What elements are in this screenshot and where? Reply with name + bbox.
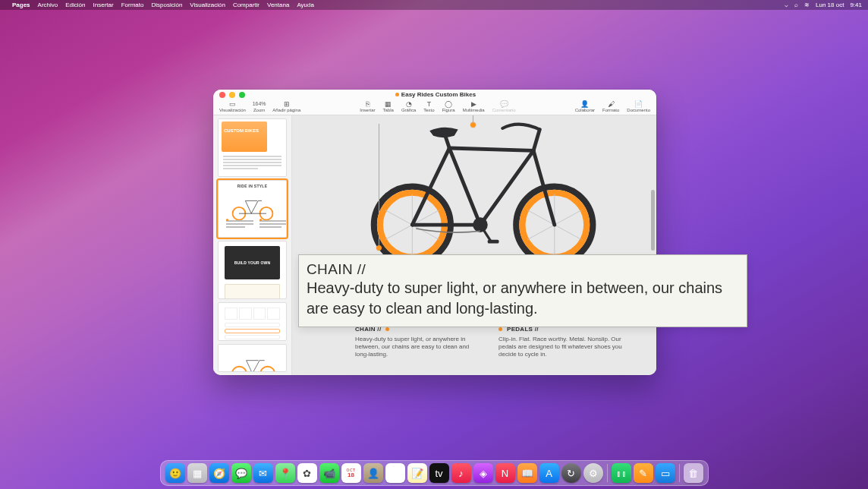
dock-separator-2 [679, 464, 680, 482]
menu-disposicion[interactable]: Disposición [151, 2, 182, 8]
dock-safari-icon[interactable]: 🧭 [209, 463, 229, 483]
dock-appstore-icon[interactable]: A [539, 463, 559, 483]
window-title: Easy Rides Custom Bikes [401, 91, 476, 98]
menu-insertar[interactable]: Insertar [93, 2, 114, 8]
feature-chain-body[interactable]: Heavy-duty to super light, or anywhere i… [355, 336, 482, 358]
dock-settings-icon[interactable]: ⚙︎ [583, 463, 603, 483]
svg-point-3 [260, 366, 275, 372]
toolbar-add-page[interactable]: ⊞ Añadir página [272, 100, 300, 112]
hover-text-overlay: CHAIN // Heavy-duty to super light, or a… [298, 254, 747, 327]
format-icon: 🖌 [606, 100, 615, 108]
toolbar-zoom[interactable]: 164% Zoom [253, 100, 265, 112]
svg-line-12 [385, 225, 412, 240]
dock-tv-icon[interactable]: tv [429, 463, 449, 483]
document-icon: 📄 [634, 100, 643, 108]
dock-photos-icon[interactable]: ✿ [297, 463, 317, 483]
dock-maps-icon[interactable]: 📍 [275, 463, 295, 483]
toolbar-table[interactable]: ▦ Tabla [383, 100, 394, 112]
toolbar-collaborate[interactable]: 👤 Colaborar [575, 100, 595, 112]
document-canvas[interactable]: CHAIN // Heavy-duty to super light, or a… [292, 115, 656, 375]
page-thumbnails-sidebar[interactable]: CUSTOM BIKES RIDE IN STYLE [213, 115, 292, 375]
dock-pages-icon[interactable]: ✎ [634, 463, 653, 483]
toolbar-visualization[interactable]: ▭ Visualización [219, 100, 246, 112]
page-thumbnail-3[interactable]: BUILD YOUR OWN [218, 241, 287, 299]
svg-point-2 [232, 366, 247, 372]
spotlight-icon[interactable]: ⌕ [794, 2, 798, 8]
menu-visualizacion[interactable]: Visualización [190, 2, 225, 8]
dock-container: 🙂 ▦ 🧭 💬 ✉︎ 📍 ✿ 📹 OCT 18 👤 ☑︎ 📝 tv ♪ ◈ N … [0, 460, 868, 486]
window-maximize-button[interactable] [239, 92, 245, 98]
comment-icon: 💬 [499, 100, 508, 108]
toolbar-format[interactable]: 🖌 Formato [602, 100, 619, 112]
dock-contacts-icon[interactable]: 👤 [363, 463, 383, 483]
toolbar-media[interactable]: ▶ Multimedia [463, 100, 485, 112]
media-icon: ▶ [469, 100, 478, 108]
svg-line-18 [527, 225, 555, 240]
page-thumbnail-4[interactable] [218, 302, 287, 341]
toolbar-chart[interactable]: ◔ Gráfica [401, 100, 416, 112]
window-close-button[interactable] [219, 92, 225, 98]
svg-line-10 [412, 225, 439, 240]
menubar-time[interactable]: 9:41 [850, 2, 862, 8]
menubar-date[interactable]: Lun 18 oct [816, 2, 844, 8]
toolbar: ▭ Visualización 164% Zoom ⊞ Añadir págin… [213, 100, 656, 115]
toolbar-format-label: Formato [602, 108, 619, 112]
dock-music-icon[interactable]: ♪ [451, 463, 471, 483]
menubar-app-name[interactable]: Pages [12, 2, 30, 8]
toolbar-text[interactable]: T Texto [423, 100, 434, 112]
hover-body: Heavy-duty to super light, or anywhere i… [307, 278, 739, 319]
toolbar-collaborate-label: Colaborar [575, 108, 595, 112]
feature-chain-dot-icon [385, 327, 389, 331]
page-thumbnail-2[interactable]: RIDE IN STYLE [218, 180, 287, 238]
callout-dot-seat [470, 122, 476, 128]
dock-news-icon[interactable]: N [495, 463, 515, 483]
insert-icon: ⎘ [363, 100, 372, 108]
window-minimize-button[interactable] [229, 92, 235, 98]
toolbar-text-label: Texto [423, 108, 434, 112]
toolbar-insert[interactable]: ⎘ Insertar [360, 100, 375, 112]
control-center-icon[interactable]: ≋ [804, 2, 810, 8]
document-modified-icon [395, 93, 399, 96]
svg-line-22 [449, 148, 533, 150]
dock-timemachine-icon[interactable]: ↻ [561, 463, 581, 483]
page-thumbnail-5[interactable] [218, 344, 287, 372]
feature-pedals-body[interactable]: Clip-in. Flat. Race worthy. Metal. Nonsl… [498, 336, 625, 358]
menu-archivo[interactable]: Archivo [38, 2, 58, 8]
dock-keynote-icon[interactable]: ▭ [656, 463, 675, 483]
page-thumbnail-1[interactable]: CUSTOM BIKES [218, 118, 287, 177]
dock-messages-icon[interactable]: 💬 [231, 463, 251, 483]
dock-trash-icon[interactable]: 🗑 [684, 463, 703, 483]
menu-formato[interactable]: Formato [121, 2, 144, 8]
dock-podcasts-icon[interactable]: ◈ [473, 463, 493, 483]
dock-mail-icon[interactable]: ✉︎ [253, 463, 273, 483]
svg-line-15 [555, 210, 582, 226]
toolbar-shape[interactable]: ◯ Figura [442, 100, 455, 112]
dock-facetime-icon[interactable]: 📹 [319, 463, 339, 483]
dock-calendar-day: 18 [348, 472, 354, 478]
dock-notes-icon[interactable]: 📝 [407, 463, 427, 483]
menu-edicion[interactable]: Edición [65, 2, 85, 8]
svg-line-27 [533, 130, 539, 151]
toolbar-shape-label: Figura [442, 108, 455, 112]
wifi-icon[interactable]: ⌵ [785, 2, 788, 8]
dock-launchpad-icon[interactable]: ▦ [187, 463, 207, 483]
menu-compartir[interactable]: Compartir [233, 2, 259, 8]
toolbar-document[interactable]: 📄 Documento [627, 100, 650, 112]
window-traffic-lights [219, 92, 245, 98]
dock-reminders-icon[interactable]: ☑︎ [385, 463, 405, 483]
add-page-icon: ⊞ [282, 100, 291, 108]
hover-title: CHAIN // [307, 261, 739, 278]
menu-ventana[interactable]: Ventana [267, 2, 289, 8]
svg-rect-30 [488, 240, 499, 244]
window-titlebar: Easy Rides Custom Bikes ▭ Visualización … [213, 90, 656, 115]
canvas-scrollbar[interactable] [651, 121, 655, 369]
callout-dot-tyre [376, 245, 382, 251]
menu-ayuda[interactable]: Ayuda [297, 2, 314, 8]
thumbnail-1-label: CUSTOM BIKES [224, 128, 259, 133]
dock-numbers-icon[interactable]: ⫾⫾ [612, 463, 631, 483]
feature-chain: CHAIN // Heavy-duty to super light, or a… [355, 326, 482, 358]
dock-calendar-icon[interactable]: OCT 18 [341, 463, 361, 483]
dock-books-icon[interactable]: 📖 [517, 463, 537, 483]
shape-icon: ◯ [444, 100, 453, 108]
dock-finder-icon[interactable]: 🙂 [165, 463, 185, 483]
